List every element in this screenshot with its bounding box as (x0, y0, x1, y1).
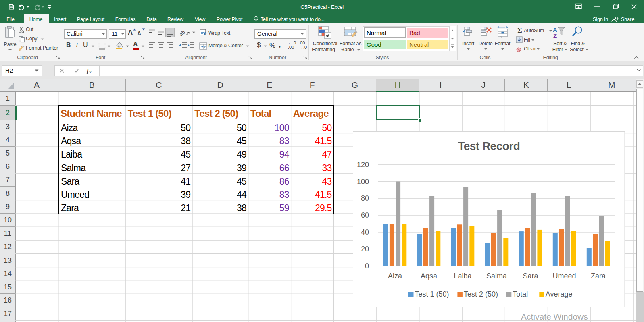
svg-text:Sara: Sara (523, 272, 539, 280)
svg-text:Zara: Zara (591, 272, 606, 280)
svg-text:0: 0 (365, 262, 369, 270)
svg-text:ab: ab (180, 29, 186, 37)
svg-text:Test Record: Test Record (458, 140, 520, 152)
svg-text:40: 40 (361, 228, 369, 236)
svg-text:Laiba: Laiba (454, 272, 472, 280)
svg-text:20: 20 (361, 245, 369, 253)
svg-text:Z: Z (553, 32, 557, 39)
svg-text:Test 1 (50): Test 1 (50) (415, 290, 449, 298)
svg-text:x: x (89, 69, 92, 74)
svg-text:Total: Total (513, 290, 528, 298)
svg-text:Aiza: Aiza (388, 272, 402, 280)
svg-text:80: 80 (361, 194, 369, 202)
svg-text:100: 100 (357, 178, 369, 186)
svg-text:Average: Average (546, 290, 573, 298)
svg-text:Salma: Salma (486, 272, 507, 280)
svg-text:120: 120 (357, 161, 369, 169)
svg-text:Test 2 (50): Test 2 (50) (464, 290, 498, 298)
svg-text:Umeed: Umeed (553, 272, 576, 280)
svg-text:Aqsa: Aqsa (421, 272, 438, 280)
svg-text:60: 60 (361, 211, 369, 219)
